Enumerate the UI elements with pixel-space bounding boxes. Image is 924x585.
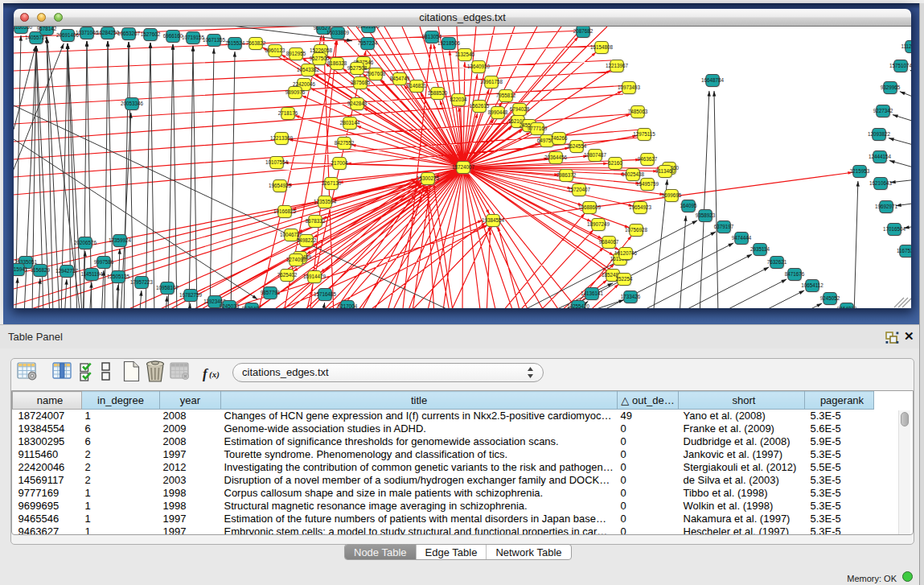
svg-text:10756928: 10756928	[625, 227, 648, 233]
svg-text:7955812: 7955812	[496, 93, 516, 98]
svg-text:10654112: 10654112	[801, 282, 823, 288]
svg-text:10973493: 10973493	[618, 84, 641, 90]
svg-text:16154808: 16154808	[590, 44, 614, 50]
svg-text:7485063: 7485063	[628, 109, 648, 114]
svg-text:2718176: 2718176	[278, 110, 298, 116]
svg-text:8454749: 8454749	[390, 76, 410, 81]
svg-text:14136141: 14136141	[581, 290, 604, 296]
svg-text:8427552: 8427552	[335, 140, 355, 146]
svg-text:15751074: 15751074	[889, 63, 911, 68]
svg-text:7625402: 7625402	[277, 272, 298, 278]
svg-text:1527602: 1527602	[141, 31, 161, 37]
svg-text:746266: 746266	[550, 135, 568, 141]
svg-text:12213369: 12213369	[270, 135, 294, 141]
svg-text:217004: 217004	[331, 160, 348, 166]
svg-text:12353594: 12353594	[314, 199, 337, 204]
svg-text:15720407: 15720407	[568, 187, 591, 192]
svg-text:9464819: 9464819	[837, 306, 857, 308]
svg-text:19654925: 19654925	[269, 183, 292, 188]
svg-text:f: f	[203, 366, 209, 381]
svg-text:9890976: 9890976	[285, 89, 306, 95]
svg-text:20364456: 20364456	[544, 154, 568, 160]
svg-text:16033809: 16033809	[326, 30, 350, 35]
svg-text:2803144: 2803144	[340, 120, 360, 126]
svg-text:9699695: 9699695	[662, 192, 682, 198]
svg-text:9329965: 9329965	[881, 84, 901, 90]
svg-text:3624554: 3624554	[567, 143, 587, 149]
svg-text:16914479: 16914479	[303, 274, 326, 279]
svg-text:3875685: 3875685	[351, 80, 371, 85]
svg-text:1274099: 1274099	[286, 257, 306, 262]
svg-text:19654923: 19654923	[629, 204, 652, 210]
svg-text:9227342: 9227342	[873, 108, 893, 113]
svg-text:20160550: 20160550	[14, 27, 32, 30]
svg-text:7663822: 7663822	[246, 40, 266, 46]
svg-text:1156829: 1156829	[31, 267, 51, 273]
svg-text:9527508: 9527508	[347, 65, 368, 71]
svg-text:8471676: 8471676	[785, 271, 805, 277]
svg-text:10719155: 10719155	[182, 35, 205, 40]
svg-text:8813054: 8813054	[422, 34, 442, 39]
svg-text:2935114: 2935114	[750, 246, 770, 252]
svg-text:19166825: 19166825	[273, 208, 297, 214]
svg-text:18724007: 18724007	[452, 164, 475, 170]
svg-text:15495759: 15495759	[636, 181, 659, 187]
svg-text:9777169: 9777169	[528, 126, 548, 131]
svg-text:7357224: 7357224	[358, 40, 378, 46]
svg-text:15300275: 15300275	[417, 175, 440, 181]
svg-text:8960123: 8960123	[265, 47, 285, 53]
svg-text:(x): (x)	[209, 369, 220, 380]
svg-text:11120586: 11120586	[901, 43, 911, 49]
svg-text:1588520: 1588520	[428, 90, 448, 96]
svg-text:15716485: 15716485	[314, 291, 337, 297]
svg-text:10107554: 10107554	[265, 159, 289, 165]
svg-text:19218506: 19218506	[437, 40, 461, 46]
svg-text:10120746: 10120746	[614, 250, 638, 256]
svg-text:2087682: 2087682	[573, 28, 593, 34]
svg-text:19384554: 19384554	[482, 217, 505, 223]
svg-text:7515524: 7515524	[225, 40, 245, 46]
svg-text:12975115: 12975115	[633, 131, 655, 137]
svg-text:10025438: 10025438	[622, 171, 645, 177]
svg-text:9146821: 9146821	[407, 83, 427, 89]
svg-text:18907249: 18907249	[587, 221, 610, 227]
svg-text:8912955: 8912955	[286, 51, 306, 56]
svg-text:11451194: 11451194	[80, 271, 103, 277]
svg-text:10961758: 10961758	[480, 79, 503, 84]
svg-text:8990448: 8990448	[488, 109, 508, 115]
svg-text:1562615: 1562615	[470, 103, 490, 109]
svg-text:9857791: 9857791	[261, 290, 281, 295]
svg-text:10255420: 10255420	[567, 303, 590, 308]
svg-text:1132546: 1132546	[455, 51, 475, 57]
svg-text:9245033: 9245033	[220, 303, 240, 308]
svg-text:7986372: 7986372	[556, 172, 577, 178]
svg-text:10046726: 10046726	[280, 232, 303, 237]
svg-text:17359924: 17359924	[109, 237, 132, 243]
svg-text:3215953: 3215953	[850, 168, 870, 174]
svg-text:12942737: 12942737	[55, 268, 79, 274]
svg-text:20053346: 20053346	[121, 101, 144, 106]
svg-text:8678332: 8678332	[306, 218, 326, 224]
svg-text:6966160: 6966160	[163, 33, 183, 39]
svg-text:9245052: 9245052	[820, 295, 840, 301]
svg-text:1733426: 1733426	[621, 294, 641, 299]
svg-text:10688609: 10688609	[578, 204, 602, 210]
svg-text:9113460: 9113460	[655, 168, 676, 174]
svg-text:9684067: 9684067	[599, 239, 619, 245]
svg-text:9997586: 9997586	[94, 259, 114, 265]
svg-text:62160: 62160	[608, 160, 622, 166]
svg-text:17016504: 17016504	[883, 226, 906, 232]
svg-text:6794028: 6794028	[510, 106, 530, 112]
svg-text:8120491: 8120491	[242, 306, 262, 308]
svg-text:16210643: 16210643	[869, 180, 893, 186]
svg-text:12505135: 12505135	[107, 274, 130, 279]
svg-text:20206576: 20206576	[74, 240, 97, 245]
svg-text:16782759: 16782759	[179, 292, 203, 298]
svg-text:164095: 164095	[680, 203, 697, 208]
svg-text:9358923: 9358923	[696, 212, 716, 218]
svg-text:9578142: 9578142	[37, 27, 57, 31]
svg-text:3267130: 3267130	[322, 180, 342, 186]
svg-text:13640910: 13640910	[467, 64, 491, 69]
svg-text:2967608: 2967608	[366, 71, 386, 76]
svg-text:8186328: 8186328	[327, 60, 347, 66]
